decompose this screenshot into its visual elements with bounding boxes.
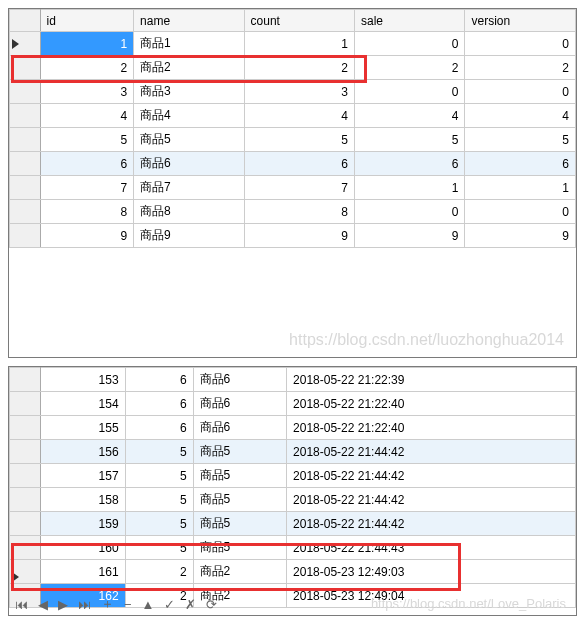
cell-sale[interactable]: 1	[355, 176, 465, 200]
cell-timestamp[interactable]: 2018-05-22 21:44:42	[287, 488, 576, 512]
table-row[interactable]: 1556商品62018-05-22 21:22:40	[10, 416, 576, 440]
cell-version[interactable]: 4	[465, 104, 576, 128]
cell-count[interactable]: 9	[244, 224, 354, 248]
cell-sale[interactable]: 0	[355, 80, 465, 104]
table-row[interactable]: 1575商品52018-05-22 21:44:42	[10, 464, 576, 488]
prev-icon[interactable]: ◀	[38, 597, 48, 612]
cell-id[interactable]: 1	[40, 32, 133, 56]
row-header[interactable]	[10, 152, 41, 176]
commit-icon[interactable]: ✓	[164, 597, 175, 612]
cell-id[interactable]: 5	[125, 536, 193, 560]
cell-name[interactable]: 商品5	[134, 128, 244, 152]
cell-seq[interactable]: 159	[40, 512, 125, 536]
cell-timestamp[interactable]: 2018-05-22 21:44:43	[287, 536, 576, 560]
table-row[interactable]: 1612商品22018-05-23 12:49:03	[10, 560, 576, 584]
cell-id[interactable]: 5	[125, 440, 193, 464]
row-header[interactable]	[10, 224, 41, 248]
table-row[interactable]: 2商品2222	[10, 56, 576, 80]
cell-seq[interactable]: 154	[40, 392, 125, 416]
cell-name[interactable]: 商品8	[134, 200, 244, 224]
row-header[interactable]	[10, 416, 41, 440]
cell-name[interactable]: 商品5	[193, 464, 286, 488]
cell-timestamp[interactable]: 2018-05-22 21:44:42	[287, 440, 576, 464]
refresh-icon[interactable]: ⟳	[206, 597, 217, 612]
cell-timestamp[interactable]: 2018-05-22 21:22:40	[287, 416, 576, 440]
cell-name[interactable]: 商品4	[134, 104, 244, 128]
row-header[interactable]	[10, 368, 41, 392]
cell-name[interactable]: 商品2	[193, 560, 286, 584]
table-row[interactable]: 1605商品52018-05-22 21:44:43	[10, 536, 576, 560]
cell-count[interactable]: 4	[244, 104, 354, 128]
row-header[interactable]	[10, 200, 41, 224]
cell-id[interactable]: 5	[125, 488, 193, 512]
data-grid-2[interactable]: 1536商品62018-05-22 21:22:391546商品62018-05…	[9, 367, 576, 608]
cell-sale[interactable]: 0	[355, 200, 465, 224]
cancel-icon[interactable]: ✗	[185, 597, 196, 612]
cell-seq[interactable]: 157	[40, 464, 125, 488]
col-count[interactable]: count	[244, 10, 354, 32]
cell-seq[interactable]: 158	[40, 488, 125, 512]
table-row[interactable]: 8商品8800	[10, 200, 576, 224]
cell-id[interactable]: 3	[40, 80, 133, 104]
cell-sale[interactable]: 4	[355, 104, 465, 128]
col-version[interactable]: version	[465, 10, 576, 32]
cell-name[interactable]: 商品5	[193, 488, 286, 512]
row-header[interactable]	[10, 512, 41, 536]
cell-count[interactable]: 5	[244, 128, 354, 152]
cell-seq[interactable]: 156	[40, 440, 125, 464]
cell-name[interactable]: 商品2	[134, 56, 244, 80]
row-header[interactable]	[10, 440, 41, 464]
row-header[interactable]	[10, 488, 41, 512]
cell-timestamp[interactable]: 2018-05-22 21:44:42	[287, 464, 576, 488]
row-header[interactable]	[10, 536, 41, 560]
cell-count[interactable]: 8	[244, 200, 354, 224]
cell-id[interactable]: 6	[40, 152, 133, 176]
cell-id[interactable]: 5	[125, 512, 193, 536]
col-sale[interactable]: sale	[355, 10, 465, 32]
cell-seq[interactable]: 160	[40, 536, 125, 560]
cell-sale[interactable]: 9	[355, 224, 465, 248]
edit-icon[interactable]: ▲	[142, 597, 155, 612]
cell-count[interactable]: 7	[244, 176, 354, 200]
next-icon[interactable]: ▶	[58, 597, 68, 612]
cell-timestamp[interactable]: 2018-05-22 21:22:39	[287, 368, 576, 392]
table-row[interactable]: 4商品4444	[10, 104, 576, 128]
cell-sale[interactable]: 6	[355, 152, 465, 176]
last-icon[interactable]: ⏭	[78, 597, 91, 612]
cell-version[interactable]: 6	[465, 152, 576, 176]
table-row[interactable]: 1565商品52018-05-22 21:44:42	[10, 440, 576, 464]
cell-version[interactable]: 1	[465, 176, 576, 200]
cell-timestamp[interactable]: 2018-05-23 12:49:03	[287, 560, 576, 584]
cell-name[interactable]: 商品6	[193, 416, 286, 440]
col-name[interactable]: name	[134, 10, 244, 32]
cell-id[interactable]: 7	[40, 176, 133, 200]
cell-name[interactable]: 商品3	[134, 80, 244, 104]
cell-name[interactable]: 商品6	[193, 392, 286, 416]
cell-sale[interactable]: 0	[355, 32, 465, 56]
cell-id[interactable]: 5	[125, 464, 193, 488]
cell-seq[interactable]: 153	[40, 368, 125, 392]
table-row[interactable]: 9商品9999	[10, 224, 576, 248]
cell-timestamp[interactable]: 2018-05-22 21:44:42	[287, 512, 576, 536]
cell-id[interactable]: 5	[40, 128, 133, 152]
cell-seq[interactable]: 161	[40, 560, 125, 584]
cell-id[interactable]: 9	[40, 224, 133, 248]
cell-name[interactable]: 商品5	[193, 440, 286, 464]
cell-name[interactable]: 商品7	[134, 176, 244, 200]
add-icon[interactable]: ＋	[101, 595, 114, 613]
cell-version[interactable]: 9	[465, 224, 576, 248]
row-header[interactable]	[10, 392, 41, 416]
row-header[interactable]	[10, 80, 41, 104]
table-row[interactable]: 1595商品52018-05-22 21:44:42	[10, 512, 576, 536]
table-row[interactable]: 5商品5555	[10, 128, 576, 152]
cell-version[interactable]: 2	[465, 56, 576, 80]
cell-count[interactable]: 3	[244, 80, 354, 104]
cell-timestamp[interactable]: 2018-05-22 21:22:40	[287, 392, 576, 416]
cell-id[interactable]: 4	[40, 104, 133, 128]
cell-version[interactable]: 5	[465, 128, 576, 152]
cell-seq[interactable]: 155	[40, 416, 125, 440]
table-row[interactable]: 1585商品52018-05-22 21:44:42	[10, 488, 576, 512]
row-header[interactable]	[10, 56, 41, 80]
cell-name[interactable]: 商品5	[193, 512, 286, 536]
table-row[interactable]: 6商品6666	[10, 152, 576, 176]
